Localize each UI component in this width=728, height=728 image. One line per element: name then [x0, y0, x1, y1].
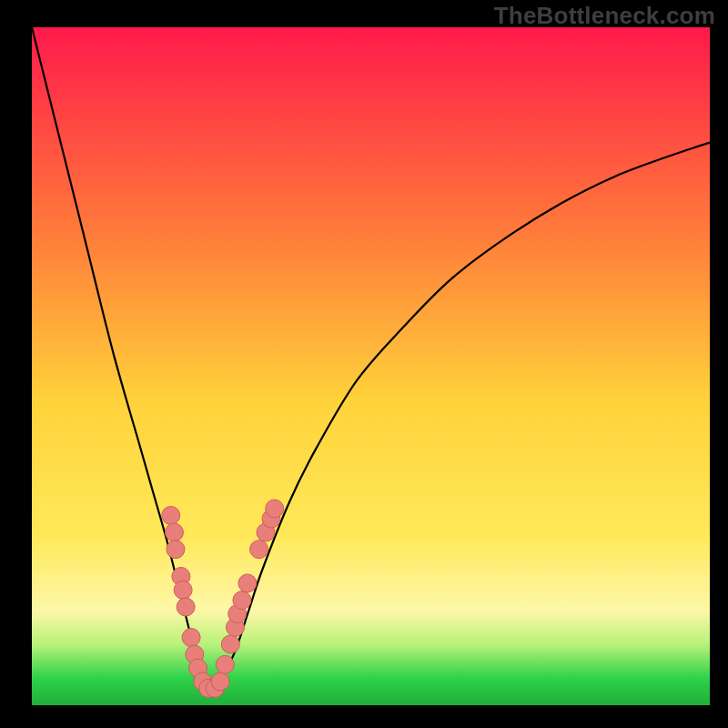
- data-point: [162, 506, 180, 524]
- gradient-background: [32, 27, 710, 705]
- data-point: [233, 592, 251, 610]
- data-point: [216, 655, 234, 673]
- data-point: [211, 672, 229, 691]
- watermark-text: TheBottleneck.com: [494, 2, 715, 30]
- chart-frame: TheBottleneck.com: [0, 0, 728, 728]
- data-point: [174, 581, 192, 599]
- data-point: [165, 523, 183, 541]
- chart-svg: [32, 27, 710, 705]
- data-point: [250, 541, 268, 559]
- plot-area: [32, 27, 710, 705]
- data-point: [221, 635, 239, 653]
- data-point: [238, 574, 257, 592]
- data-point: [167, 541, 185, 559]
- data-point: [266, 500, 284, 518]
- data-point: [177, 598, 195, 616]
- data-point: [182, 629, 200, 647]
